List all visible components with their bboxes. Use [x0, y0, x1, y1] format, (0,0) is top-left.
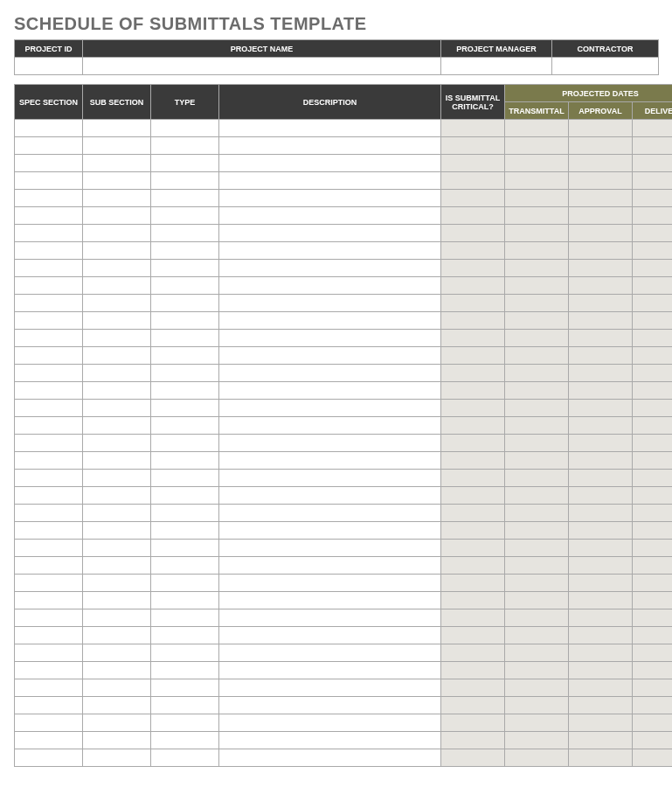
spec-section-input[interactable] [15, 330, 82, 346]
spec-section-input[interactable] [15, 679, 82, 696]
delivery-cell[interactable] [633, 347, 673, 365]
type-input[interactable] [151, 172, 218, 189]
transmittal-cell[interactable] [505, 242, 569, 260]
spec-section-input[interactable] [15, 662, 82, 679]
type-input[interactable] [151, 557, 218, 574]
is-critical-input[interactable] [441, 697, 504, 714]
delivery-cell[interactable] [633, 225, 673, 242]
is-critical-input[interactable] [441, 330, 504, 346]
approval-cell[interactable] [569, 137, 633, 155]
approval-input[interactable] [569, 365, 632, 381]
sub-section-cell[interactable] [83, 487, 151, 505]
spec-section-input[interactable] [15, 575, 82, 591]
approval-input[interactable] [569, 679, 632, 696]
transmittal-input[interactable] [505, 400, 568, 416]
spec-section-input[interactable] [15, 400, 82, 416]
spec-section-input[interactable] [15, 190, 82, 206]
is-critical-input[interactable] [441, 120, 504, 136]
spec-section-cell[interactable] [15, 347, 83, 365]
description-cell[interactable] [219, 435, 441, 452]
description-cell[interactable] [219, 627, 441, 644]
spec-section-input[interactable] [15, 435, 82, 451]
is-critical-cell[interactable] [441, 592, 505, 609]
delivery-input[interactable] [633, 365, 672, 381]
description-input[interactable] [219, 365, 440, 381]
transmittal-input[interactable] [505, 557, 568, 574]
transmittal-input[interactable] [505, 365, 568, 381]
sub-section-input[interactable] [83, 662, 150, 679]
spec-section-cell[interactable] [15, 365, 83, 382]
approval-input[interactable] [569, 207, 632, 224]
approval-cell[interactable] [569, 155, 633, 172]
spec-section-input[interactable] [15, 295, 82, 311]
is-critical-input[interactable] [441, 435, 504, 451]
description-cell[interactable] [219, 365, 441, 382]
approval-cell[interactable] [569, 505, 633, 522]
transmittal-cell[interactable] [505, 679, 569, 697]
description-input[interactable] [219, 575, 440, 591]
sub-section-input[interactable] [83, 679, 150, 696]
transmittal-cell[interactable] [505, 487, 569, 505]
type-cell[interactable] [151, 277, 219, 295]
approval-input[interactable] [569, 260, 632, 276]
delivery-input[interactable] [633, 452, 672, 469]
spec-section-input[interactable] [15, 557, 82, 574]
approval-cell[interactable] [569, 295, 633, 312]
approval-cell[interactable] [569, 470, 633, 487]
transmittal-input[interactable] [505, 732, 568, 749]
description-cell[interactable] [219, 382, 441, 400]
transmittal-input[interactable] [505, 312, 568, 329]
description-input[interactable] [219, 697, 440, 714]
type-cell[interactable] [151, 365, 219, 382]
sub-section-input[interactable] [83, 749, 150, 766]
description-input[interactable] [219, 452, 440, 469]
description-cell[interactable] [219, 312, 441, 330]
is-critical-input[interactable] [441, 662, 504, 679]
type-cell[interactable] [151, 592, 219, 609]
transmittal-cell[interactable] [505, 749, 569, 767]
type-input[interactable] [151, 435, 218, 451]
is-critical-input[interactable] [441, 487, 504, 504]
description-input[interactable] [219, 260, 440, 276]
spec-section-input[interactable] [15, 172, 82, 189]
type-cell[interactable] [151, 330, 219, 347]
spec-section-cell[interactable] [15, 627, 83, 644]
project-manager-input[interactable] [441, 58, 551, 74]
transmittal-cell[interactable] [505, 714, 569, 732]
delivery-cell[interactable] [633, 330, 673, 347]
transmittal-input[interactable] [505, 225, 568, 241]
description-input[interactable] [219, 225, 440, 241]
type-input[interactable] [151, 749, 218, 766]
type-input[interactable] [151, 575, 218, 591]
sub-section-cell[interactable] [83, 732, 151, 749]
type-cell[interactable] [151, 260, 219, 277]
spec-section-cell[interactable] [15, 312, 83, 330]
sub-section-input[interactable] [83, 732, 150, 749]
approval-input[interactable] [569, 697, 632, 714]
approval-cell[interactable] [569, 120, 633, 137]
description-cell[interactable] [219, 609, 441, 627]
description-input[interactable] [219, 679, 440, 696]
spec-section-input[interactable] [15, 749, 82, 766]
delivery-cell[interactable] [633, 575, 673, 592]
sub-section-input[interactable] [83, 575, 150, 591]
is-critical-input[interactable] [441, 295, 504, 311]
approval-input[interactable] [569, 190, 632, 206]
spec-section-cell[interactable] [15, 609, 83, 627]
description-input[interactable] [219, 609, 440, 626]
is-critical-cell[interactable] [441, 225, 505, 242]
description-input[interactable] [219, 505, 440, 521]
approval-cell[interactable] [569, 312, 633, 330]
delivery-cell[interactable] [633, 522, 673, 540]
description-input[interactable] [219, 347, 440, 364]
transmittal-cell[interactable] [505, 609, 569, 627]
description-cell[interactable] [219, 330, 441, 347]
approval-cell[interactable] [569, 575, 633, 592]
approval-input[interactable] [569, 155, 632, 171]
is-critical-cell[interactable] [441, 679, 505, 697]
is-critical-cell[interactable] [441, 487, 505, 505]
description-input[interactable] [219, 172, 440, 189]
approval-cell[interactable] [569, 400, 633, 417]
transmittal-cell[interactable] [505, 435, 569, 452]
delivery-cell[interactable] [633, 452, 673, 470]
